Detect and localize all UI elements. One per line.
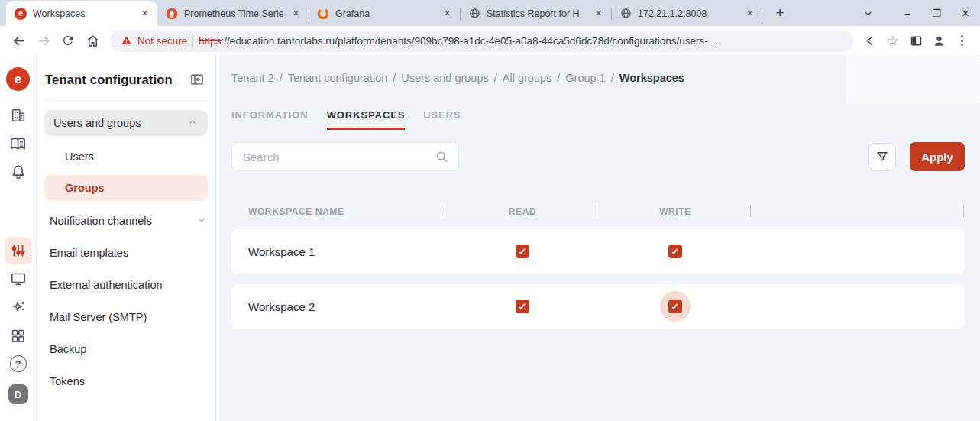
column-header-write: WRITE	[659, 206, 691, 217]
sidebar-item-groups[interactable]: Groups	[44, 175, 208, 201]
table-row-workspace-2[interactable]: Workspace 2	[231, 284, 965, 329]
profile-avatar-icon[interactable]	[928, 30, 949, 51]
tab-title: 172.21.1.2:8008	[638, 8, 737, 19]
url-path: ://education.tantorlabs.ru/platform/tena…	[222, 35, 719, 47]
tab-search-chevron-icon[interactable]	[856, 2, 879, 24]
main-content: Tenant 2 / Tenant configuration / Users …	[216, 55, 980, 421]
forward-icon[interactable]	[32, 29, 55, 52]
prometheus-favicon	[166, 8, 178, 20]
breadcrumb-separator: /	[494, 72, 497, 84]
tab-close-icon[interactable]: ✕	[289, 7, 302, 20]
browser-tab-workspaces[interactable]: e Workspaces ✕	[6, 1, 157, 26]
browser-tab-ip-address[interactable]: 172.21.1.2:8008 ✕	[611, 1, 762, 26]
tab-users[interactable]: USERS	[423, 109, 461, 130]
search-icon	[435, 150, 449, 164]
column-divider	[750, 205, 751, 217]
monitor-icon[interactable]	[5, 265, 32, 293]
sidebar-title: Tenant configuration	[45, 73, 173, 87]
share-icon[interactable]	[859, 30, 881, 51]
breadcrumb-item[interactable]: All groups	[503, 72, 551, 84]
loading-shimmer	[846, 55, 980, 104]
tab-title: Statistics Report for H	[487, 8, 586, 19]
bookmark-star-icon[interactable]: ☆	[882, 30, 904, 51]
security-status: Not secure	[137, 35, 187, 47]
tab-title: Workspaces	[33, 8, 132, 19]
collapse-sidebar-icon[interactable]	[188, 70, 206, 89]
browser-menu-kebab-icon[interactable]	[951, 30, 972, 51]
search-box	[231, 142, 459, 171]
funnel-icon	[875, 150, 889, 164]
page-url: https://education.tantorlabs.ru/platform…	[199, 35, 718, 47]
read-checkbox[interactable]	[516, 300, 529, 313]
reload-icon[interactable]	[57, 29, 79, 52]
tab-close-icon[interactable]: ✕	[743, 7, 756, 20]
sidebar-item-mail-server-smtp[interactable]: Mail Server (SMTP)	[44, 309, 208, 325]
sidebar-item-email-templates[interactable]: Email templates	[44, 245, 208, 261]
side-panel-icon[interactable]	[905, 30, 927, 51]
search-input[interactable]	[241, 150, 435, 164]
table-header: WORKSPACE NAME READ WRITE	[231, 203, 965, 220]
platform-favicon: e	[15, 8, 27, 20]
browser-tab-strip: e Workspaces ✕ Prometheus Time Serie ✕ G…	[0, 0, 980, 26]
table-row-workspace-1[interactable]: Workspace 1	[231, 229, 965, 274]
new-tab-button[interactable]: +	[770, 3, 790, 23]
browser-tab-prometheus[interactable]: Prometheus Time Serie ✕	[157, 1, 309, 26]
breadcrumb-item[interactable]: Tenant configuration	[288, 72, 388, 84]
column-header-workspace-name: WORKSPACE NAME	[248, 206, 344, 217]
breadcrumb-separator: /	[611, 72, 614, 84]
column-divider	[963, 205, 964, 217]
chevron-down-icon	[197, 215, 206, 227]
apps-grid-icon[interactable]	[5, 322, 32, 349]
workspace-name: Workspace 2	[248, 300, 315, 313]
app-body: e ?	[0, 55, 980, 421]
window-close-button[interactable]: ✕	[951, 1, 980, 26]
sidebar-item-tokens[interactable]: Tokens	[44, 374, 208, 389]
tab-close-icon[interactable]: ✕	[592, 7, 605, 20]
browser-tab-statistics[interactable]: Statistics Report for H ✕	[460, 1, 611, 26]
write-checkbox[interactable]	[668, 300, 682, 313]
globe-favicon	[468, 8, 480, 20]
breadcrumb-separator: /	[557, 72, 560, 84]
tab-title: Grafana	[335, 8, 435, 19]
sidebar-item-backup[interactable]: Backup	[44, 342, 208, 357]
workspace-name: Workspace 1	[248, 245, 315, 258]
breadcrumb-item[interactable]: Users and groups	[401, 72, 488, 84]
read-checkbox-wrap	[507, 291, 538, 322]
read-checkbox-wrap	[507, 236, 538, 267]
sidebar-item-users[interactable]: Users	[44, 149, 208, 164]
browser-window: e Workspaces ✕ Prometheus Time Serie ✕ G…	[0, 0, 980, 421]
tab-close-icon[interactable]: ✕	[441, 7, 454, 20]
breadcrumb-separator: /	[280, 72, 283, 84]
configuration-sliders-icon[interactable]	[5, 237, 32, 264]
write-checkbox[interactable]	[668, 245, 682, 258]
warning-icon	[121, 35, 132, 46]
platform-logo[interactable]: e	[6, 67, 30, 91]
toolbar: Apply	[231, 142, 965, 171]
notifications-bell-icon[interactable]	[5, 158, 32, 186]
back-icon[interactable]	[8, 29, 31, 52]
docs-book-icon[interactable]	[5, 130, 32, 157]
help-icon[interactable]: ?	[5, 350, 32, 377]
minimize-button[interactable]: –	[893, 1, 922, 26]
sidebar-item-notification-channels[interactable]: Notification channels	[44, 213, 208, 228]
maximize-button[interactable]: ❐	[922, 1, 951, 26]
sidebar-item-external-authentication[interactable]: External authentication	[44, 277, 208, 293]
tenants-building-icon[interactable]	[5, 102, 32, 129]
home-icon[interactable]	[81, 29, 104, 52]
browser-tab-grafana[interactable]: Grafana ✕	[309, 1, 460, 26]
tab-information[interactable]: INFORMATION	[231, 109, 309, 130]
tab-workspaces[interactable]: WORKSPACES	[327, 109, 406, 130]
user-avatar[interactable]: D	[8, 384, 28, 404]
read-checkbox[interactable]	[516, 245, 529, 258]
breadcrumb-item-current: Workspaces	[619, 72, 684, 84]
filter-button[interactable]	[868, 143, 896, 171]
breadcrumb-item[interactable]: Tenant 2	[231, 72, 274, 84]
sparkles-icon[interactable]	[5, 293, 32, 321]
apply-button[interactable]: Apply	[910, 142, 965, 171]
sidebar-item-users-and-groups[interactable]: Users and groups	[44, 110, 208, 136]
tab-close-icon[interactable]: ✕	[138, 7, 151, 20]
icon-rail: e ?	[0, 55, 37, 421]
write-checkbox-wrap	[660, 236, 691, 267]
breadcrumb-item[interactable]: Group 1	[565, 72, 605, 84]
url-field[interactable]: Not secure https://education.tantorlabs.…	[110, 30, 853, 52]
